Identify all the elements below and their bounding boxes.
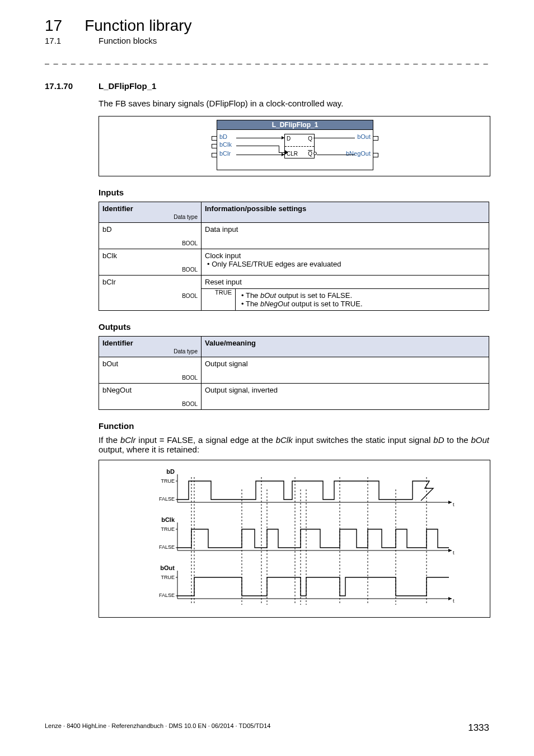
inner-d: D [287,136,291,142]
in-bclr-true-b2: The bNegOut output is set to TRUE. [247,300,363,308]
table-row: bClr BOOL Reset input [99,276,489,289]
outputs-heading: Outputs [99,322,489,332]
port-bnegout: bNegOut [346,150,371,157]
inputs-heading: Inputs [99,188,489,197]
inner-clr: CLR [287,151,298,157]
th-value: Value/meaning [202,337,489,357]
subsection-title: L_DFlipFlop_1 [99,81,156,91]
table-row: bD BOOL Data input [99,223,489,249]
fb-title: L_DFlipFlop_1 [217,120,373,130]
in-bclk-id: bClk [102,251,117,260]
timing-diagram: bD TRUE FALSE t bClk TRUE FALSE t [99,460,490,618]
out-bnegout-desc: Output signal, inverted [202,384,489,410]
inner-qbar: Q [308,151,312,157]
port-bclr: bClr [219,150,231,157]
in-bd-desc: Data input [202,223,489,249]
out-bnegout-type: BOOL [102,401,198,407]
footer-text: Lenze · 8400 HighLine · Referenzhandbuch… [45,722,270,734]
in-bclk-desc: Clock input [205,251,241,260]
in-bd-type: BOOL [102,240,198,246]
out-bout-type: BOOL [102,375,198,381]
in-bclr-type: BOOL [102,293,198,299]
in-bclr-true-label: TRUE [202,289,236,310]
section-title: Function blocks [99,36,157,45]
chapter-title: Function library [85,17,191,35]
svg-text:TRUE: TRUE [161,478,175,484]
section-number: 17.1 [45,36,76,45]
th-identifier: Identifier [102,204,133,213]
timing-svg: bD TRUE FALSE t bClk TRUE FALSE t [99,460,490,617]
table-row: bOut BOOL Output signal [99,357,489,384]
svg-text:FALSE: FALSE [159,544,175,550]
port-bout: bOut [357,133,371,140]
page-number: 1333 [468,722,489,734]
out-bout-id: bOut [102,360,118,368]
timing-label-bclk: bClk [161,516,175,523]
lead-paragraph: The FB saves binary signals (DFlipFlop) … [99,99,489,108]
chapter-number: 17 [45,17,62,35]
timing-label-bout: bOut [160,564,175,571]
inner-q: Q [308,136,312,142]
in-bclr-true-b1: The bOut output is set to FALSE. [247,291,363,300]
table-row: bNegOut BOOL Output signal, inverted [99,384,489,410]
out-bout-desc: Output signal [202,357,489,384]
th-datatype-out: Data type [102,348,198,354]
in-bclr-id: bClr [102,278,116,286]
separator-dashes: _ _ _ _ _ _ _ _ _ _ _ _ _ _ _ _ _ _ _ _ … [45,55,489,68]
svg-text:t: t [453,598,455,604]
table-row: bClk BOOL Clock input Only FALSE/TRUE ed… [99,249,489,276]
svg-text:FALSE: FALSE [159,592,175,598]
in-bclk-type: BOOL [102,267,198,273]
in-bd-id: bD [102,225,112,234]
fb-diagram: L_DFlipFlop_1 bD bClk bClr bOut bNegOut … [99,116,490,176]
svg-text:FALSE: FALSE [159,496,175,502]
timing-label-bd: bD [166,468,175,475]
port-bd: bD [219,133,227,140]
svg-text:t: t [453,550,455,556]
function-heading: Function [99,421,489,431]
th-identifier-out: Identifier [102,339,133,347]
th-datatype: Data type [102,214,198,220]
out-bnegout-id: bNegOut [102,386,132,394]
function-paragraph: If the bClr input = FALSE, a signal edge… [99,435,489,454]
inputs-table: Identifier Data type Information/possibl… [99,202,489,311]
in-bclr-desc: Reset input [202,276,489,289]
outputs-table: Identifier Data type Value/meaning bOut … [99,336,489,410]
in-bclk-bullet: Only FALSE/TRUE edges are evaluated [213,260,485,268]
svg-text:TRUE: TRUE [161,526,175,532]
port-bclk: bClk [219,141,232,148]
svg-text:t: t [453,502,455,507]
th-info: Information/possible settings [202,202,489,223]
subsection-number: 17.1.70 [45,81,79,91]
svg-text:TRUE: TRUE [161,575,175,580]
